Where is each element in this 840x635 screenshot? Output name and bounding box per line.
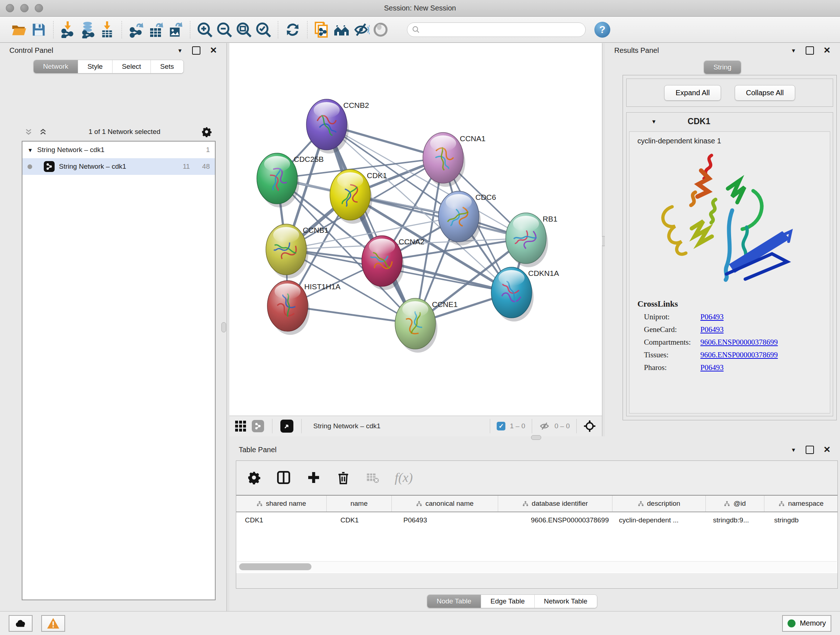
export-network-button[interactable] (126, 20, 146, 40)
scrollbar-thumb[interactable] (239, 563, 311, 570)
network-node-cdkn1a[interactable] (491, 267, 534, 321)
network-row[interactable]: String Network – cdk1 11 48 (22, 158, 215, 175)
network-node-ccnb2[interactable] (306, 99, 349, 154)
tab-edge-table[interactable]: Edge Table (481, 595, 535, 608)
tab-string[interactable]: String (704, 61, 741, 74)
gene-section-header[interactable]: ▼ CDK1 (627, 112, 833, 130)
column-header--id[interactable]: @id (706, 496, 764, 511)
hide-glass-effect-button[interactable] (351, 20, 371, 40)
memory-button[interactable]: Memory (782, 615, 831, 632)
warnings-button[interactable] (41, 615, 65, 632)
crosslink-link[interactable]: P06493 (700, 325, 822, 334)
network-node-count: 11 (183, 163, 190, 171)
cell-name[interactable]: CDK1 (327, 516, 392, 524)
minimize-window-button[interactable] (20, 4, 28, 12)
zoom-window-button[interactable] (35, 4, 43, 12)
cell-description[interactable]: cyclin-dependent ... (613, 516, 706, 524)
help-button[interactable]: ? (594, 22, 610, 38)
network-share-toggle-icon[interactable] (252, 420, 264, 432)
birds-eye-view-icon[interactable] (280, 420, 294, 432)
network-node-ccnb1[interactable] (266, 224, 308, 279)
float-panel-icon[interactable] (806, 446, 814, 454)
selected-checkbox-icon[interactable]: ✓ (497, 422, 505, 431)
column-header-shared-name[interactable]: shared name (236, 496, 327, 511)
string-home-button[interactable] (332, 20, 351, 40)
cell-database-identifier[interactable]: 9606.ENSP00000378699 (498, 516, 613, 524)
tab-style[interactable]: Style (78, 60, 112, 73)
float-panel-icon[interactable] (806, 46, 814, 55)
search-input[interactable] (420, 25, 581, 34)
panel-menu-icon[interactable]: ▼ (791, 447, 796, 453)
node-table: shared namenamecanonical namedatabase id… (236, 495, 837, 573)
select-columns-icon[interactable] (276, 470, 291, 485)
network-node-cdc6[interactable] (439, 191, 481, 245)
crosslink-link[interactable]: P06493 (700, 312, 822, 321)
close-window-button[interactable] (6, 4, 14, 12)
cell--id[interactable]: stringdb:9... (706, 516, 764, 524)
collapse-all-icon[interactable] (24, 127, 33, 136)
column-header-canonical-name[interactable]: canonical name (392, 496, 498, 511)
expand-all-button[interactable]: Expand All (664, 85, 721, 101)
grid-view-icon[interactable] (235, 421, 246, 432)
left-splitter-grip[interactable] (221, 322, 226, 333)
table-horizontal-scrollbar[interactable] (237, 561, 837, 572)
crosslink-link[interactable]: 9606.ENSP00000378699 (700, 338, 822, 347)
zoom-selected-button[interactable] (254, 20, 273, 40)
refresh-network-button[interactable] (283, 20, 302, 40)
cell-shared-name[interactable]: CDK1 (236, 516, 327, 524)
network-node-rb1[interactable] (506, 213, 548, 267)
import-table-file-button[interactable] (97, 20, 117, 40)
table-row[interactable]: CDK1CDK1P064939606.ENSP00000378699cyclin… (236, 512, 837, 528)
import-network-database-button[interactable] (78, 20, 97, 40)
open-session-button[interactable] (9, 20, 29, 40)
column-header-database-identifier[interactable]: database identifier (498, 496, 613, 511)
table-gear-icon[interactable] (247, 470, 261, 485)
close-panel-icon[interactable]: ✕ (210, 46, 217, 55)
network-node-ccne1[interactable] (395, 298, 437, 353)
export-image-button[interactable] (166, 20, 185, 40)
column-header-name[interactable]: name (327, 496, 392, 511)
tab-network-table[interactable]: Network Table (535, 595, 597, 608)
import-network-file-button[interactable] (58, 20, 78, 40)
network-node-cdk1[interactable] (330, 169, 372, 224)
float-panel-icon[interactable] (192, 46, 201, 55)
zoom-fit-button[interactable] (234, 20, 254, 40)
fit-crosshair-icon[interactable] (583, 420, 596, 432)
gear-icon[interactable] (201, 126, 212, 137)
column-header-description[interactable]: description (613, 496, 706, 511)
horizontal-splitter-grip[interactable] (531, 435, 541, 440)
table-toolbar: f(x) (236, 461, 837, 494)
tab-network[interactable]: Network (34, 60, 78, 73)
column-header-namespace[interactable]: namespace (764, 496, 837, 511)
export-table-button[interactable] (146, 20, 166, 40)
cloud-button[interactable] (9, 615, 33, 632)
show-graphics-details-button[interactable] (371, 20, 390, 40)
tab-node-table[interactable]: Node Table (427, 595, 481, 608)
crosslink-link[interactable]: P06493 (700, 363, 822, 372)
tab-sets[interactable]: Sets (151, 60, 183, 73)
zoom-out-button[interactable] (215, 20, 234, 40)
close-panel-icon[interactable]: ✕ (823, 445, 831, 454)
zoom-in-button[interactable] (195, 20, 215, 40)
close-panel-icon[interactable]: ✕ (823, 46, 831, 55)
export-table-icon (147, 21, 164, 38)
network-canvas[interactable]: CCNB2CCNA1CDC25BCDK1CDC6RB1CCNB1CCNA2CDK… (229, 43, 602, 416)
panel-menu-icon[interactable]: ▼ (177, 48, 183, 54)
cell-namespace[interactable]: stringdb (764, 516, 837, 524)
add-column-icon[interactable] (306, 470, 321, 485)
delete-column-icon[interactable] (336, 470, 351, 485)
collapse-all-button[interactable]: Collapse All (735, 85, 795, 101)
crosslink-link[interactable]: 9606.ENSP00000378699 (700, 350, 822, 359)
panel-menu-icon[interactable]: ▼ (791, 48, 796, 54)
network-collection-row[interactable]: ▼ String Network – cdk1 1 (22, 141, 215, 158)
cell-canonical-name[interactable]: P06493 (392, 516, 498, 524)
network-node-ccna1[interactable] (423, 133, 465, 187)
edge-ccnb2-ccne1[interactable] (327, 125, 415, 324)
tab-select[interactable]: Select (112, 60, 151, 73)
collection-expand-icon[interactable]: ▼ (27, 147, 33, 153)
clone-network-button[interactable] (312, 20, 332, 40)
network-node-hist1h1a[interactable] (267, 280, 309, 335)
save-session-button[interactable] (29, 20, 49, 40)
expand-all-icon[interactable] (38, 127, 48, 136)
gene-expand-icon[interactable]: ▼ (651, 119, 657, 125)
